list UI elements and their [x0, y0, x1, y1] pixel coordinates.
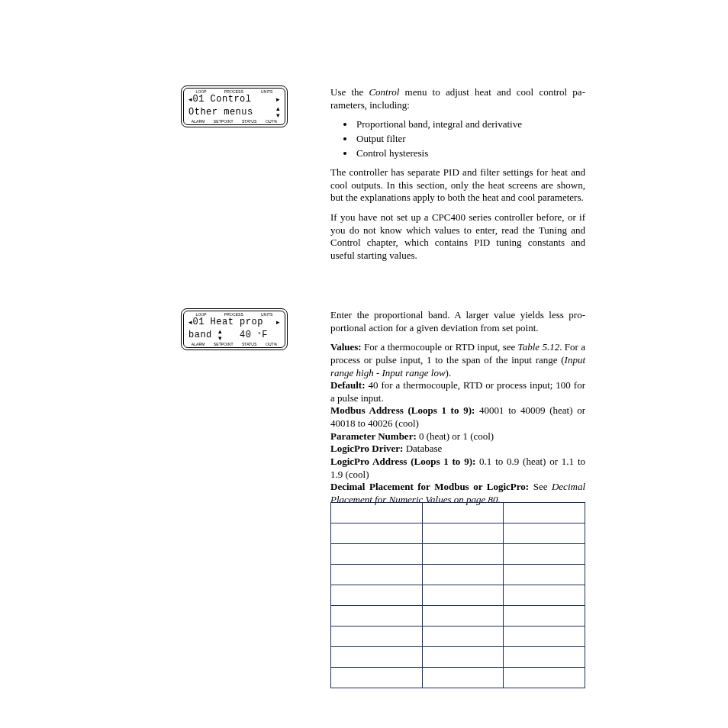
lbl-alarm: ALARM [192, 342, 205, 346]
lcd-inner: LOOP PROCESS UNITS ◂ 01 Heat prop ▸ band… [183, 311, 285, 348]
table-row [331, 503, 585, 523]
menu-name: Control [369, 86, 399, 98]
text: Database [403, 443, 442, 454]
paragraph: Enter the proportional band. A larger va… [330, 309, 585, 334]
lbl-status: STATUS [242, 119, 257, 124]
lbl-alarm: ALARM [192, 119, 205, 124]
lbl-setpoint: SETPOINT [214, 119, 234, 124]
table-row [331, 606, 585, 627]
list-item: Proportional band, integral and derivati… [355, 118, 585, 131]
modbus-line: Modbus Address (Loops 1 to 9): 40001 to … [330, 404, 585, 430]
lcd-bottom-labels: ALARM SETPOINT STATUS OUT% [184, 342, 285, 346]
lcd-line-2: band ▴ ▾ 40 ° F [184, 328, 285, 342]
lcd-control: LOOP PROCESS UNITS ◂ 01 Control ▸ Other … [181, 85, 288, 127]
intro-paragraph: Use the Control menu to adjust heat and … [330, 86, 585, 111]
table-row [331, 544, 585, 565]
field-label: Decimal Placement for Modbus or LogicPro… [330, 481, 529, 492]
logicpro-address-line: LogicPro Address (Loops 1 to 9): 0.1 to … [330, 456, 585, 481]
table-row [331, 565, 585, 585]
field-label: LogicPro Address (Loops 1 to 9): [330, 456, 475, 467]
lcd-heat-prop: LOOP PROCESS UNITS ◂ 01 Heat prop ▸ band… [181, 308, 288, 350]
field-label: Modbus Address (Loops 1 to 9): [330, 404, 475, 416]
default-line: Default: 40 for a thermocouple, RTD or p… [330, 379, 585, 404]
list-item: Control hysteresis [355, 147, 585, 160]
lcd-bottom-labels: ALARM SETPOINT STATUS OUT% [184, 119, 285, 124]
field-label: Default: [330, 379, 366, 391]
text: See [529, 481, 552, 492]
paragraph: If you have not set up a CPC400 series c… [330, 211, 585, 263]
list-item: Output filter [355, 133, 585, 146]
table-row [331, 627, 585, 647]
table-ref: Table 5.12 [518, 341, 560, 353]
bullet-list: Proportional band, integral and derivati… [330, 118, 585, 159]
lcd-text: 01 Control [193, 94, 276, 105]
logicpro-driver-line: LogicPro Driver: Database [330, 443, 585, 456]
paragraph: The controller has separate PID and filt… [330, 166, 585, 205]
lcd-line-1: ◂ 01 Heat prop ▸ [184, 317, 285, 328]
lbl-out: OUT% [266, 119, 277, 124]
lbl-status: STATUS [242, 342, 257, 346]
arrow-down-icon: ▾ [276, 112, 281, 119]
page: LOOP PROCESS UNITS ◂ 01 Control ▸ Other … [0, 0, 728, 728]
text: ). [446, 367, 452, 378]
field-label: Values: [330, 341, 362, 353]
lcd-inner: LOOP PROCESS UNITS ◂ 01 Control ▸ Other … [183, 88, 285, 125]
arrow-right-icon: ▸ [276, 319, 281, 326]
table-row [331, 647, 585, 668]
prop-band-table [330, 502, 585, 688]
lbl-setpoint: SETPOINT [214, 342, 234, 346]
table-row [331, 668, 585, 688]
lcd-text: 01 Heat prop [193, 317, 276, 328]
field-label: LogicPro Driver: [330, 443, 403, 454]
param-number-line: Parameter Number: 0 (heat) or 1 (cool) [330, 430, 585, 443]
lcd-text: band [188, 330, 218, 341]
prop-band-section: Enter the proportional band. A larger va… [330, 309, 585, 513]
lcd-unit: F [262, 330, 268, 341]
control-menu-section: Use the Control menu to adjust heat and … [330, 86, 585, 269]
lcd-value: 40 [222, 330, 257, 341]
arrow-right-icon: ▸ [276, 96, 281, 103]
values-line: Values: For a thermocouple or RTD input,… [330, 341, 585, 379]
table-row [331, 585, 585, 606]
lcd-line-2: Other menus ▴ ▾ [184, 105, 285, 119]
text: 40 for a thermocouple, RTD or process in… [330, 379, 585, 404]
field-label: Parameter Number: [330, 430, 417, 442]
text: Use the [330, 86, 369, 98]
text: For a thermocouple or RTD input, see [362, 341, 518, 353]
lcd-line-1: ◂ 01 Control ▸ [184, 94, 285, 105]
table-row [331, 523, 585, 544]
lcd-text: Other menus [188, 107, 276, 118]
lbl-out: OUT% [266, 342, 277, 346]
text: 0 (heat) or 1 (cool) [417, 430, 494, 442]
